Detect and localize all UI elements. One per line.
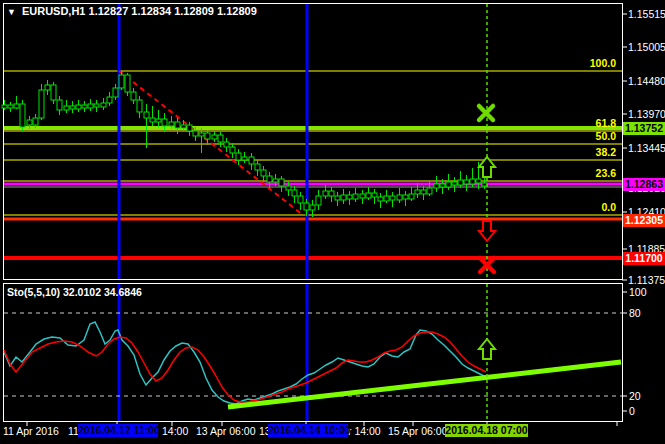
candlestick [101, 103, 106, 107]
candlestick [88, 104, 93, 108]
candlestick [298, 196, 303, 203]
candlestick [347, 195, 352, 199]
time-badge: 2016.04.12 11:00 [78, 424, 158, 437]
price-axis-label: 1.15515 [628, 8, 665, 20]
price-axis-label: 1.13970 [628, 108, 665, 120]
fib-level-label: 61.8 [536, 117, 616, 129]
time-axis-label: 15 Apr 06:00 [388, 425, 448, 437]
price-badge: 1.12305 [623, 214, 665, 227]
candlestick [70, 106, 75, 109]
candlestick [446, 182, 451, 187]
candlestick [20, 104, 25, 127]
mt4-chart-window: ▼EURUSD,H1 1.12827 1.12834 1.12809 1.128… [0, 0, 665, 444]
candlestick [212, 135, 217, 139]
candlestick [94, 104, 99, 107]
candlestick [205, 133, 210, 139]
candlestick [82, 105, 87, 108]
candlestick [397, 195, 402, 200]
candlestick [8, 105, 13, 108]
symbol-dropdown-icon[interactable]: ▼ [7, 7, 16, 17]
candlestick [470, 179, 475, 184]
price-badge: 1.11700 [623, 252, 665, 265]
candlestick [255, 164, 260, 170]
chart-title-bar: ▼EURUSD,H1 1.12827 1.12834 1.12809 1.128… [7, 5, 257, 17]
candlestick [230, 147, 235, 153]
rising-support-trendline[interactable] [228, 362, 621, 407]
candlestick [421, 190, 426, 194]
buy-cross-marker[interactable] [479, 106, 493, 120]
candlestick [169, 122, 174, 126]
candlestick [144, 112, 149, 118]
stochastic-d-line [4, 332, 486, 402]
candlestick [39, 90, 44, 118]
price-badge: 1.12863 [623, 178, 665, 191]
candlestick [286, 186, 291, 190]
fib-level-label: 38.2 [536, 146, 616, 158]
candlestick [113, 88, 118, 97]
candlestick [292, 190, 297, 196]
fib-level-label: 50.0 [536, 130, 616, 142]
sto-scale-label: 20 [629, 390, 641, 402]
sto-scale-label: 100 [629, 286, 647, 298]
candlestick [76, 105, 81, 109]
candlestick [267, 176, 272, 182]
candlestick [427, 188, 432, 194]
candlestick [193, 131, 198, 136]
candlestick [199, 133, 204, 136]
candlestick [125, 75, 130, 92]
price-axis-label: 1.15005 [628, 41, 665, 53]
time-axis-label: r 14:00 [348, 425, 381, 437]
candlestick [341, 195, 346, 200]
candlestick [181, 125, 186, 128]
price-axis-label: 1.13445 [628, 142, 665, 154]
fib-level-label: 0.0 [536, 201, 616, 213]
candlestick [378, 197, 383, 201]
price-axis-label: 1.11375 [628, 274, 665, 286]
candlestick [273, 179, 278, 182]
arrow-up-arrow-marker[interactable] [479, 339, 495, 359]
candlestick [33, 118, 38, 125]
candlestick [409, 194, 414, 199]
sto-scale-label: 80 [629, 307, 641, 319]
arrow-down-arrow-marker[interactable] [479, 221, 495, 241]
candlestick [304, 203, 309, 210]
fib-level-label: 23.6 [536, 167, 616, 179]
symbol-ohlc-title: EURUSD,H1 1.12827 1.12834 1.12809 1.1280… [22, 5, 257, 17]
candlestick [187, 125, 192, 131]
candlestick [329, 191, 334, 196]
price-badge: 1.13752 [623, 122, 665, 135]
candlestick [310, 205, 315, 210]
candlestick [51, 85, 56, 100]
candlestick [175, 122, 180, 128]
time-axis-label: 11 Apr 2016 [3, 425, 59, 437]
stochastic-k-line [4, 322, 486, 404]
time-axis-label: 13 Apr 06:00 [196, 425, 256, 437]
candlestick [366, 193, 371, 198]
candlestick [316, 196, 321, 205]
candlestick [279, 179, 284, 186]
candlestick [249, 157, 254, 164]
candlestick [14, 104, 19, 108]
price-axis-label: 1.14480 [628, 75, 665, 87]
candlestick [2, 105, 7, 108]
candlestick [162, 119, 167, 126]
candlestick [261, 170, 266, 176]
candlestick [107, 97, 112, 103]
candlestick [458, 180, 463, 185]
candlestick [476, 179, 481, 183]
candlestick [372, 193, 377, 197]
candlestick [434, 184, 439, 188]
candlestick [323, 191, 328, 196]
time-badge: 2016.04.18 07:00 [445, 424, 528, 437]
candlestick [224, 142, 229, 147]
time-axis-label: 14:00 [162, 425, 188, 437]
candlestick [360, 194, 365, 198]
candlestick [440, 184, 445, 187]
sto-scale-label: 0 [629, 405, 635, 417]
candlestick [150, 118, 155, 122]
candlestick [335, 196, 340, 200]
fib-level-label: 100.0 [536, 57, 616, 69]
candlestick [353, 194, 358, 199]
candlestick [119, 75, 124, 88]
candlestick [390, 196, 395, 200]
